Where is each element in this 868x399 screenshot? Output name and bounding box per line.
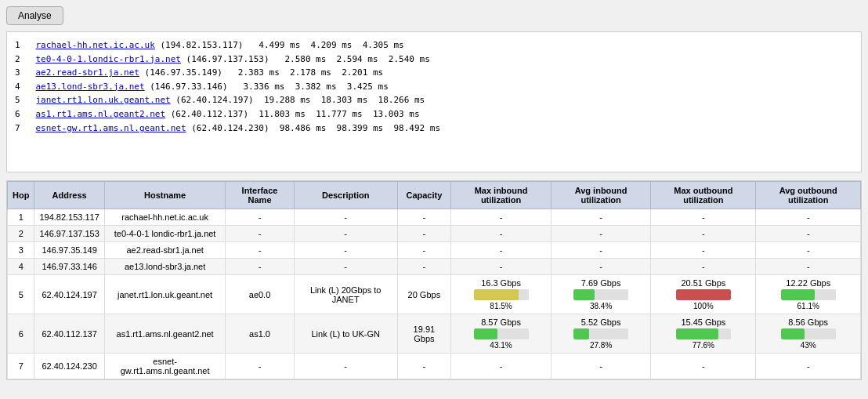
table-row: 562.40.124.197janet.rt1.lon.uk.geant.net… <box>8 275 861 314</box>
cell-iface-3: - <box>226 259 294 275</box>
col-hostname: Hostname <box>104 182 226 209</box>
cell-address-1: 146.97.137.153 <box>34 226 104 242</box>
table-row: 3146.97.35.149ae2.read-sbr1.ja.net------… <box>8 242 861 259</box>
traceroute-link-6[interactable]: as1.rt1.ams.nl.geant2.net <box>36 109 166 119</box>
cell-address-2: 146.97.35.149 <box>34 242 104 259</box>
cell-cap-5: 19.91 Gbps <box>397 314 450 354</box>
cell-desc-2: - <box>294 242 397 259</box>
cell-desc-0: - <box>294 209 397 226</box>
cell-max-in-0: - <box>451 209 552 226</box>
cell-cap-2: - <box>397 242 450 259</box>
cell-cap-1: - <box>397 226 450 242</box>
cell-max-out-5: 15.45 Gbps 77.6% <box>651 314 756 354</box>
traceroute-link-4[interactable]: ae13.lond-sbr3.ja.net <box>36 82 145 92</box>
traceroute-link-5[interactable]: janet.rt1.lon.uk.geant.net <box>36 95 171 105</box>
cell-cap-6: - <box>397 354 450 379</box>
col-max-in: Max inbound utilization <box>451 182 552 209</box>
cell-max-in-4: 16.3 Gbps 81.5% <box>451 275 552 314</box>
cell-max-out-0: - <box>651 209 756 226</box>
cell-max-in-5: 8.57 Gbps 43.1% <box>451 314 552 354</box>
table-header-row: Hop Address Hostname Interface Name Desc… <box>8 182 861 209</box>
cell-avg-out-5: 8.56 Gbps 43% <box>756 314 861 354</box>
cell-hop-6: 7 <box>8 354 34 379</box>
cell-hostname-0: rachael-hh.net.ic.ac.uk <box>104 209 226 226</box>
cell-iface-2: - <box>226 242 294 259</box>
cell-iface-5: as1.0 <box>226 314 294 354</box>
col-desc: Description <box>294 182 397 209</box>
cell-max-in-6: - <box>451 354 552 379</box>
cell-max-out-4: 20.51 Gbps 100% <box>651 275 756 314</box>
cell-max-out-6: - <box>651 354 756 379</box>
cell-avg-out-0: - <box>756 209 861 226</box>
cell-max-in-3: - <box>451 259 552 275</box>
cell-hostname-1: te0-4-0-1 londic-rbr1.ja.net <box>104 226 226 242</box>
cell-address-4: 62.40.124.197 <box>34 275 104 314</box>
analyse-button[interactable]: Analyse <box>6 6 63 25</box>
table-row: 1194.82.153.117rachael-hh.net.ic.ac.uk--… <box>8 209 861 226</box>
table-row: 2146.97.137.153te0-4-0-1 londic-rbr1.ja.… <box>8 226 861 242</box>
cell-max-in-1: - <box>451 226 552 242</box>
cell-cap-0: - <box>397 209 450 226</box>
cell-max-out-3: - <box>651 259 756 275</box>
table-row: 4146.97.33.146ae13.lond-sbr3.ja.net-----… <box>8 259 861 275</box>
col-address: Address <box>34 182 104 209</box>
cell-iface-4: ae0.0 <box>226 275 294 314</box>
cell-desc-1: - <box>294 226 397 242</box>
cell-desc-6: - <box>294 354 397 379</box>
cell-max-in-2: - <box>451 242 552 259</box>
traceroute-link-2[interactable]: te0-4-0-1.londic-rbr1.ja.net <box>36 54 181 64</box>
cell-avg-out-2: - <box>756 242 861 259</box>
results-table: Hop Address Hostname Interface Name Desc… <box>7 181 861 379</box>
cell-hop-0: 1 <box>8 209 34 226</box>
cell-avg-out-4: 12.22 Gbps 61.1% <box>756 275 861 314</box>
col-cap: Capacity <box>397 182 450 209</box>
cell-avg-in-2: - <box>552 242 651 259</box>
cell-hop-1: 2 <box>8 226 34 242</box>
cell-avg-out-3: - <box>756 259 861 275</box>
cell-hostname-2: ae2.read-sbr1.ja.net <box>104 242 226 259</box>
cell-address-0: 194.82.153.117 <box>34 209 104 226</box>
results-table-container: Hop Address Hostname Interface Name Desc… <box>6 180 862 380</box>
traceroute-output: 1 rachael-hh.net.ic.ac.uk (194.82.153.11… <box>6 31 862 172</box>
cell-cap-4: 20 Gbps <box>397 275 450 314</box>
traceroute-link-3[interactable]: ae2.read-sbr1.ja.net <box>36 67 139 78</box>
cell-avg-out-6: - <box>756 354 861 379</box>
cell-avg-in-0: - <box>552 209 651 226</box>
col-avg-in: Avg inbound utilization <box>552 182 651 209</box>
cell-hostname-6: esnet-gw.rt1.ams.nl.geant.net <box>104 354 226 379</box>
cell-hostname-4: janet.rt1.lon.uk.geant.net <box>104 275 226 314</box>
col-avg-out: Avg outbound utilization <box>756 182 861 209</box>
cell-hop-4: 5 <box>8 275 34 314</box>
col-max-out: Max outbound utilization <box>651 182 756 209</box>
cell-avg-in-4: 7.69 Gbps 38.4% <box>552 275 651 314</box>
cell-hop-3: 4 <box>8 259 34 275</box>
cell-avg-in-1: - <box>552 226 651 242</box>
cell-max-out-1: - <box>651 226 756 242</box>
cell-avg-in-5: 5.52 Gbps 27.8% <box>552 314 651 354</box>
table-row: 662.40.112.137as1.rt1.ams.nl.geant2.neta… <box>8 314 861 354</box>
traceroute-link-7[interactable]: esnet-gw.rt1.ams.nl.geant.net <box>36 123 186 133</box>
cell-address-6: 62.40.124.230 <box>34 354 104 379</box>
cell-cap-3: - <box>397 259 450 275</box>
cell-hop-2: 3 <box>8 242 34 259</box>
cell-hostname-5: as1.rt1.ams.nl.geant2.net <box>104 314 226 354</box>
cell-desc-5: Link (L) to UK-GN <box>294 314 397 354</box>
cell-hop-5: 6 <box>8 314 34 354</box>
col-hop: Hop <box>8 182 34 209</box>
cell-address-3: 146.97.33.146 <box>34 259 104 275</box>
cell-hostname-3: ae13.lond-sbr3.ja.net <box>104 259 226 275</box>
cell-max-out-2: - <box>651 242 756 259</box>
cell-desc-3: - <box>294 259 397 275</box>
cell-address-5: 62.40.112.137 <box>34 314 104 354</box>
cell-iface-1: - <box>226 226 294 242</box>
cell-iface-6: - <box>226 354 294 379</box>
cell-avg-in-3: - <box>552 259 651 275</box>
cell-desc-4: Link (L) 20Gbps to JANET <box>294 275 397 314</box>
cell-avg-in-6: - <box>552 354 651 379</box>
cell-avg-out-1: - <box>756 226 861 242</box>
traceroute-link-1[interactable]: rachael-hh.net.ic.ac.uk <box>36 40 155 50</box>
col-iface: Interface Name <box>226 182 294 209</box>
table-row: 762.40.124.230esnet-gw.rt1.ams.nl.geant.… <box>8 354 861 379</box>
cell-iface-0: - <box>226 209 294 226</box>
